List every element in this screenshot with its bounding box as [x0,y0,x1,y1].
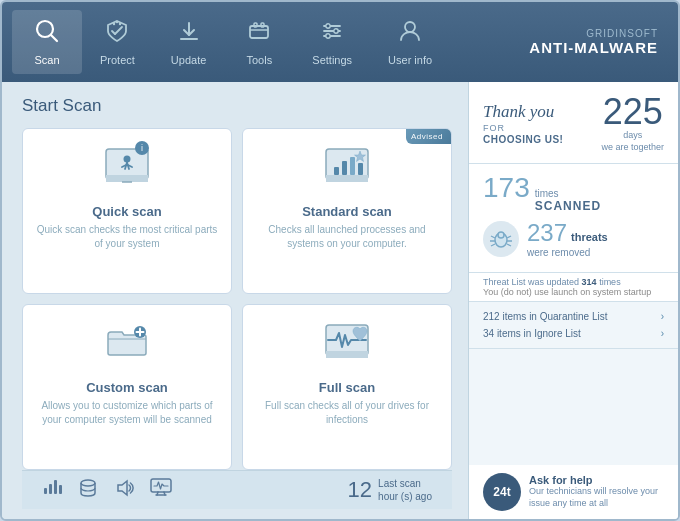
full-scan-icon [322,321,372,374]
main-panel: Start Scan i [2,82,468,519]
last-scan-num: 12 [348,477,372,503]
svg-point-49 [498,232,504,238]
protect-icon [104,18,130,50]
help-title: Ask for help [529,474,664,486]
svg-rect-8 [250,26,268,38]
help-text: Ask for help Our technicians will resolv… [529,474,664,509]
advised-badge: Advised [406,129,451,144]
svg-point-18 [405,22,415,32]
list-links: 212 items in Quarantine List › 34 items … [469,302,678,349]
choosing-label: CHOOSING US! [483,134,563,145]
full-scan-card[interactable]: Full scan Full scan checks all of your d… [242,304,452,470]
monitor-icon[interactable] [150,478,172,503]
thank-you-text: Thank you for CHOOSING US! [483,102,563,145]
days-section: 225 dayswe are together [601,94,664,153]
svg-rect-38 [326,351,368,358]
ignore-chevron: › [661,328,664,339]
quarantine-link[interactable]: 212 items in Quarantine List › [483,308,664,325]
ignore-label: 34 items in Ignore List [483,328,581,339]
scanned-times: times [535,188,601,199]
nav-item-update[interactable]: Update [153,10,224,74]
update-text: Threat List was updated [483,277,579,287]
svg-rect-20 [106,175,148,182]
svg-rect-41 [54,480,57,494]
standard-scan-desc: Checks all launched processes and system… [255,223,439,251]
svg-line-1 [51,35,57,41]
full-scan-title: Full scan [319,380,375,395]
app-container: Scan Protect [0,0,680,521]
svg-rect-30 [342,161,347,175]
svg-line-55 [507,244,511,246]
page-title: Start Scan [22,96,452,116]
nav-label-userinfo: User info [388,54,432,66]
ignore-link[interactable]: 34 items in Ignore List › [483,325,664,342]
nav-label-settings: Settings [312,54,352,66]
standard-scan-card[interactable]: Advised [242,128,452,294]
top-nav: Scan Protect [2,2,678,82]
last-scan: 12 Last scanhour (s) ago [348,477,432,503]
threat-row: 237 threats were removed [483,219,664,258]
thank-you-heading: Thank you [483,102,563,122]
help-section[interactable]: 24t Ask for help Our technicians will re… [469,465,678,519]
svg-rect-32 [358,163,363,175]
custom-scan-title: Custom scan [86,380,168,395]
nav-label-tools: Tools [247,54,273,66]
last-scan-label: Last scanhour (s) ago [378,477,432,503]
nav-label-protect: Protect [100,54,135,66]
custom-scan-desc: Allows you to customize which parts of y… [35,399,219,427]
svg-rect-39 [44,488,47,494]
standard-scan-title: Standard scan [302,204,392,219]
svg-point-22 [124,156,131,163]
chart-icon[interactable] [42,478,62,503]
svg-rect-29 [334,167,339,175]
svg-rect-28 [326,175,368,182]
svg-point-16 [334,29,338,33]
nav-item-protect[interactable]: Protect [82,10,153,74]
custom-scan-card[interactable]: Custom scan Allows you to customize whic… [22,304,232,470]
svg-rect-10 [254,23,257,27]
nav-item-tools[interactable]: Tools [224,10,294,74]
sound-icon[interactable] [114,478,134,503]
brand-top: GRIDINSOFT [586,28,658,39]
for-label: for [483,123,563,133]
svg-rect-42 [59,485,62,494]
brand: GRIDINSOFT ANTI-MALWARE [529,28,668,56]
database-icon[interactable] [78,478,98,503]
brand-name: ANTI-MALWARE [529,39,658,56]
quick-scan-desc: Quick scan checks the most critical part… [35,223,219,251]
quarantine-chevron: › [661,311,664,322]
quick-scan-title: Quick scan [92,204,161,219]
svg-line-53 [507,236,511,238]
nav-item-settings[interactable]: Settings [294,10,370,74]
userinfo-icon [397,18,423,50]
threats-sub: were removed [527,247,608,258]
days-label: dayswe are together [601,130,664,153]
standard-scan-icon [322,145,372,198]
nav-item-scan[interactable]: Scan [12,10,82,74]
nav-item-userinfo[interactable]: User info [370,10,450,74]
update-info: Threat List was updated 314 times You (d… [469,273,678,302]
svg-rect-31 [350,157,355,175]
svg-point-15 [326,24,330,28]
scanned-num: 173 [483,174,530,202]
no-startup: You (do not) use launch on system startu… [483,287,651,297]
settings-icon [319,18,345,50]
right-panel: Thank you for CHOOSING US! 225 dayswe ar… [468,82,678,519]
quarantine-label: 212 items in Quarantine List [483,311,608,322]
quick-scan-card[interactable]: i Quick [22,128,232,294]
svg-point-4 [113,23,115,25]
days-num: 225 [601,94,664,130]
nav-label-scan: Scan [34,54,59,66]
scanned-stat-row: 173 times SCANNED [483,174,664,213]
tools-icon [246,18,272,50]
help-desc: Our technicians will resolve your issue … [529,486,664,509]
threats-num: 237 [527,219,567,247]
svg-line-3 [115,27,122,34]
bottom-bar: 12 Last scanhour (s) ago [22,470,452,509]
svg-point-5 [116,21,118,23]
thank-you-section: Thank you for CHOOSING US! 225 dayswe ar… [469,82,678,164]
info-badge: i [135,141,149,155]
threat-info: 237 threats were removed [527,219,608,258]
svg-rect-40 [49,484,52,494]
scanned-word: SCANNED [535,199,601,213]
